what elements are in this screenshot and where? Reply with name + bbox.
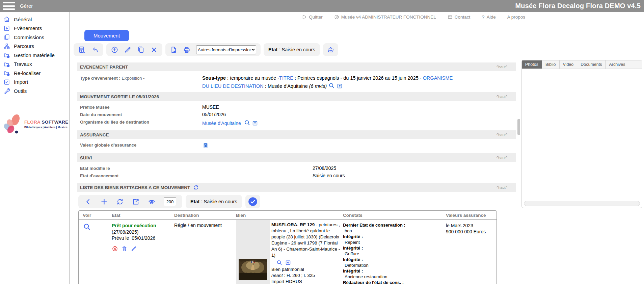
list-search-icon[interactable]: [78, 46, 86, 54]
quit-link[interactable]: Quitter: [302, 15, 323, 20]
constat-label: Intégrité :: [343, 268, 442, 274]
tab-archives[interactable]: Archives: [606, 60, 628, 69]
sidebar-item-evenements[interactable]: Evènements: [0, 24, 70, 33]
about-link[interactable]: A propos: [507, 15, 525, 20]
sidebar-item-commissions[interactable]: Commissions: [0, 33, 70, 42]
view-search-icon[interactable]: [83, 223, 91, 231]
bien-dimensions: néant : H. 260 ; l. 325: [271, 273, 341, 279]
document-print-icon[interactable]: [170, 46, 178, 54]
brand-name: FLORA SOFTWARE: [24, 120, 68, 125]
sidebar-item-travaux[interactable]: Travaux: [0, 60, 70, 69]
type-evenement-label: Type d'évènement :: [80, 76, 120, 81]
bien-description: MUSFLORA. RF 129 - peintures , tableau ,…: [270, 220, 341, 284]
destination-cell: Régie / en mouvement: [174, 220, 236, 284]
inbox-down-icon: [3, 25, 10, 32]
add-icon[interactable]: [111, 46, 118, 54]
mail-icon: [448, 15, 453, 20]
thumbnail-strip: [236, 220, 270, 284]
go-top-link[interactable]: ^haut^: [497, 156, 507, 160]
bien-import: Import HORUS: [271, 279, 341, 284]
go-top-link[interactable]: ^haut^: [497, 133, 507, 137]
tab-video[interactable]: Vidéo: [560, 60, 578, 69]
record-detail: EVENEMENT PARENT ^haut^ Type d'évènement…: [77, 62, 516, 284]
col-header-voir: Voir: [79, 213, 112, 218]
sidebar-item-outils[interactable]: Outils: [0, 86, 70, 96]
field-value: 27/08/2025: [313, 165, 336, 171]
calculator-icon[interactable]: [202, 142, 209, 149]
constat-value: Ancienne restauration: [343, 274, 442, 280]
toolbar-group-search: [74, 43, 103, 56]
pages-icon: [3, 34, 10, 41]
page-size-input[interactable]: [164, 197, 176, 206]
etat-sep: :: [199, 199, 204, 204]
list-toolbar: Etat : Saisie en cours: [78, 195, 516, 208]
open-window-icon[interactable]: [252, 120, 258, 126]
toolbar-group-print: Autres formats d'impression...: [165, 43, 261, 56]
basket-icon: [327, 46, 334, 54]
section-liste-biens: LISTE DES BIENS RATTACHES A CE MOUVEMENT…: [77, 183, 516, 192]
soustype-label: Sous-type: [202, 75, 226, 81]
section-title: ASSURANCE: [80, 132, 109, 137]
open-window-icon[interactable]: [337, 83, 343, 89]
tab-photos[interactable]: Photos: [522, 60, 542, 69]
quit-label: Quitter: [309, 15, 323, 20]
horus-eye-icon[interactable]: [148, 198, 156, 206]
sidebar-item-label: Parcours: [14, 43, 34, 49]
tab-biblio[interactable]: Biblio: [542, 60, 560, 69]
cancel-icon[interactable]: [112, 246, 118, 252]
user-account[interactable]: Musée v4 ADMINISTRATEUR FONCTIONNEL: [334, 15, 436, 20]
contact-link[interactable]: Contact: [448, 15, 471, 20]
help-link[interactable]: ? Aide: [482, 14, 495, 20]
etat-label: Etat: [190, 199, 199, 204]
sidebar-item-import[interactable]: Import: [0, 78, 70, 87]
sidebar-item-label: Import: [14, 79, 28, 85]
soustype-value: : temporaire au musée -: [226, 75, 279, 81]
musee-aquitaine-link[interactable]: Musée d'Aquitaine: [202, 121, 241, 126]
printer-icon[interactable]: [183, 46, 191, 54]
menu-gerer[interactable]: Gérer: [20, 3, 33, 9]
search-icon[interactable]: [276, 259, 283, 266]
constats-cell: Dernier Etat de conservation : bon Intég…: [343, 220, 446, 284]
open-window-icon[interactable]: [285, 259, 291, 266]
toolbar-group-edit: [106, 43, 162, 56]
sidebar-item-general[interactable]: Général: [0, 15, 70, 24]
go-top-link[interactable]: ^haut^: [497, 185, 507, 189]
vertical-scrollbar-thumb[interactable]: [517, 119, 520, 135]
field-valeur-assurance: Valeur globale d'assurance: [77, 142, 516, 151]
titre-link[interactable]: TITRE: [279, 75, 293, 81]
refresh-icon[interactable]: [193, 184, 199, 190]
recycle-icon[interactable]: [116, 198, 124, 206]
trash-icon[interactable]: [121, 246, 128, 252]
export-icon[interactable]: [132, 198, 140, 206]
field-organisme-destination: Organisme du lieu de destination Musée d…: [77, 119, 516, 126]
artwork-thumbnail[interactable]: [239, 259, 267, 280]
constat-value: bon: [343, 228, 442, 234]
confirm-selection-button[interactable]: [245, 195, 260, 208]
horizontal-scrollbar[interactable]: [524, 201, 640, 206]
tab-documents[interactable]: Documents: [577, 60, 606, 69]
edit-icon[interactable]: [131, 246, 137, 252]
search-icon[interactable]: [328, 82, 335, 89]
list-etat-status-pill[interactable]: Etat : Saisie en cours: [186, 195, 242, 208]
constat-value: Déformation: [343, 263, 442, 268]
sidebar-item-gestion-materielle[interactable]: Gestion matérielle: [0, 51, 70, 60]
etat-status-pill[interactable]: Etat : Saisie en cours: [264, 43, 320, 56]
copy-icon[interactable]: [137, 46, 145, 54]
delete-icon[interactable]: [150, 46, 158, 54]
basket-button[interactable]: [323, 43, 338, 56]
sidebar-item-relocaliser[interactable]: Re-localiser: [0, 69, 70, 78]
sidebar-item-parcours[interactable]: Parcours: [0, 42, 70, 51]
print-format-select[interactable]: Autres formats d'impression...: [196, 45, 256, 54]
hamburger-menu-icon[interactable]: [3, 2, 15, 10]
undo-icon[interactable]: [91, 46, 99, 54]
section-title: MOUVEMENT SORTIE LE 05/01/2026: [80, 94, 159, 99]
chevron-left-icon[interactable]: [84, 198, 92, 206]
sitemap-icon: [3, 43, 10, 50]
go-top-link[interactable]: ^haut^: [497, 65, 507, 69]
tab-mouvement[interactable]: Mouvement: [84, 30, 129, 41]
col-header-etat: Etat: [112, 213, 174, 218]
add-item-icon[interactable]: [100, 198, 108, 206]
search-icon[interactable]: [244, 119, 251, 126]
go-top-link[interactable]: ^haut^: [497, 95, 507, 99]
edit-icon[interactable]: [124, 46, 132, 54]
